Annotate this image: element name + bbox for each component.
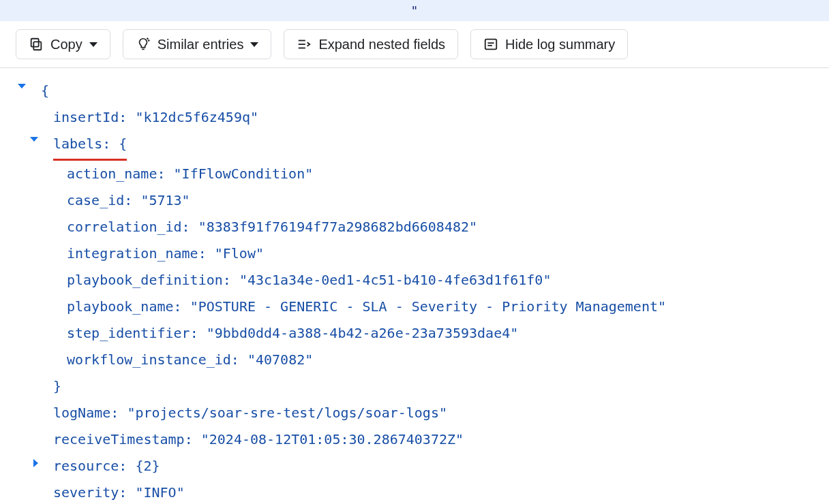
- integration-name-key: integration_name: [67, 245, 198, 262]
- copy-label: Copy: [50, 37, 82, 51]
- correlation-id-value: "8383f91f76194f77a298682bd6608482": [198, 219, 477, 235]
- copy-button[interactable]: Copy: [16, 29, 110, 59]
- step-identifier-row[interactable]: step_identifier: "9bbd0dd4-a388-4b42-a26…: [0, 320, 829, 347]
- lightbulb-icon: [136, 37, 151, 52]
- chevron-down-icon: [250, 42, 258, 47]
- log-json-viewer: { insertId: "k12dc5f6z459q" labels: { ac…: [0, 68, 829, 504]
- highlight-strip: ": [0, 0, 829, 21]
- labels-key: labels: [53, 136, 102, 152]
- receive-timestamp-key: receiveTimestamp: [53, 431, 185, 447]
- labels-open-row[interactable]: labels: {: [0, 131, 829, 161]
- open-brace: {: [41, 82, 49, 99]
- severity-key: severity: [53, 484, 119, 501]
- svg-rect-8: [485, 40, 497, 50]
- correlation-id-key: correlation_id: [67, 219, 182, 235]
- chevron-down-icon: [89, 42, 97, 47]
- labels-close-brace: }: [53, 378, 61, 394]
- svg-point-4: [148, 40, 149, 42]
- workflow-instance-id-value: "407082": [247, 351, 313, 368]
- hide-label: Hide log summary: [505, 37, 615, 51]
- labels-open-brace: {: [119, 136, 127, 152]
- playbook-definition-value: "43c1a34e-0ed1-4c51-b410-4fe63d1f61f0": [239, 272, 552, 288]
- labels-close-row[interactable]: }: [0, 373, 829, 400]
- receive-timestamp-row[interactable]: receiveTimestamp: "2024-08-12T01:05:30.2…: [0, 426, 829, 453]
- resource-summary: {2}: [135, 458, 160, 474]
- log-toolbar: Copy Similar entries Expand nested field…: [0, 21, 829, 68]
- playbook-name-row[interactable]: playbook_name: "POSTURE - GENERIC - SLA …: [0, 294, 829, 320]
- correlation-id-row[interactable]: correlation_id: "8383f91f76194f77a298682…: [0, 214, 829, 240]
- severity-value: "INFO": [135, 484, 184, 501]
- action-name-value: "IfFlowCondition": [174, 166, 314, 182]
- root-open-row[interactable]: {: [0, 78, 829, 104]
- resource-row[interactable]: resource: {2}: [0, 453, 829, 479]
- playbook-name-key: playbook_name: [67, 298, 174, 315]
- playbook-definition-row[interactable]: playbook_definition: "43c1a34e-0ed1-4c51…: [0, 267, 829, 294]
- action-name-row[interactable]: action_name: "IfFlowCondition": [0, 161, 829, 187]
- step-identifier-key: step_identifier: [67, 325, 190, 341]
- log-name-value: "projects/soar-sre-test/logs/soar-logs": [127, 405, 447, 421]
- action-name-key: action_name: [67, 166, 157, 182]
- workflow-instance-id-row[interactable]: workflow_instance_id: "407082": [0, 347, 829, 373]
- workflow-instance-id-key: workflow_instance_id: [67, 351, 231, 368]
- case-id-value: "5713": [140, 192, 190, 208]
- hide-summary-button[interactable]: Hide log summary: [470, 29, 628, 59]
- toggle-resource-icon[interactable]: [33, 459, 38, 467]
- copy-icon: [29, 37, 44, 52]
- expand-icon: [297, 37, 312, 52]
- log-name-row[interactable]: logName: "projects/soar-sre-test/logs/so…: [0, 400, 829, 426]
- toggle-root-icon[interactable]: [18, 84, 26, 89]
- summary-icon: [483, 37, 498, 52]
- case-id-key: case_id: [67, 192, 124, 208]
- insert-id-value: "k12dc5f6z459q": [135, 109, 258, 125]
- svg-rect-0: [33, 42, 41, 50]
- similar-label: Similar entries: [157, 37, 244, 51]
- log-name-key: logName: [53, 405, 110, 421]
- resource-key: resource: [53, 458, 119, 474]
- toggle-labels-icon[interactable]: [30, 137, 38, 142]
- insert-id-row[interactable]: insertId: "k12dc5f6z459q": [0, 104, 829, 131]
- expand-label: Expand nested fields: [318, 37, 445, 51]
- expand-nested-button[interactable]: Expand nested fields: [284, 29, 458, 59]
- highlight-char: ": [411, 3, 419, 18]
- step-identifier-value: "9bbd0dd4-a388-4b42-a26e-23a73593dae4": [207, 325, 519, 341]
- playbook-definition-key: playbook_definition: [67, 272, 223, 288]
- svg-point-3: [147, 38, 148, 40]
- integration-name-value: "Flow": [215, 245, 264, 262]
- playbook-name-value: "POSTURE - GENERIC - SLA - Severity - Pr…: [190, 298, 666, 315]
- receive-timestamp-value: "2024-08-12T01:05:30.286740372Z": [201, 431, 464, 447]
- severity-row[interactable]: severity: "INFO": [0, 479, 829, 504]
- svg-rect-1: [31, 39, 39, 47]
- insert-id-key: insertId: [53, 109, 119, 125]
- integration-name-row[interactable]: integration_name: "Flow": [0, 240, 829, 267]
- case-id-row[interactable]: case_id: "5713": [0, 187, 829, 214]
- similar-entries-button[interactable]: Similar entries: [123, 29, 272, 59]
